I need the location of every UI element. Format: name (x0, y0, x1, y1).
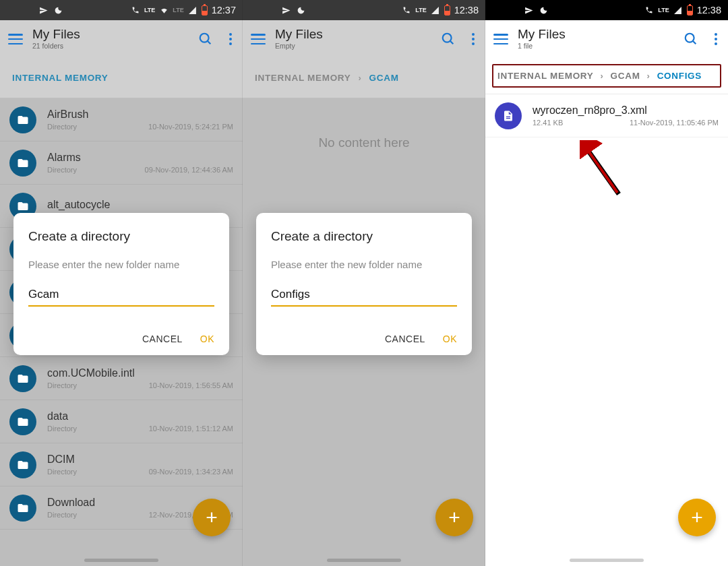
phone-icon (644, 5, 654, 15)
chevron-right-icon: › (359, 73, 362, 83)
list-item[interactable]: AlarmsDirectory09-Nov-2019, 12:44:36 AM (0, 142, 243, 185)
fab-add[interactable]: + (193, 499, 231, 536)
cancel-button[interactable]: CANCEL (385, 334, 425, 344)
svg-line-5 (693, 41, 696, 44)
svg-point-4 (686, 34, 694, 42)
page-title: My Files (518, 28, 674, 42)
ok-button[interactable]: OK (200, 334, 214, 344)
chevron-right-icon: › (601, 71, 604, 81)
file-name: alt_autocycle (47, 199, 233, 211)
app-bar: My Files Empty (243, 20, 485, 58)
lte-secondary-badge: LTE (173, 7, 183, 13)
svg-line-7 (586, 148, 617, 193)
file-name: wyroczen_rn8pro_3.xml (533, 104, 719, 117)
overflow-menu-button[interactable] (715, 33, 717, 45)
cancel-button[interactable]: CANCEL (142, 334, 183, 344)
battery-icon (202, 5, 208, 15)
file-date: 10-Nov-2019, 5:24:21 PM (148, 123, 233, 131)
crumb-configs[interactable]: CONFIGS (657, 71, 702, 81)
lte-badge: LTE (658, 7, 669, 13)
folder-name-input[interactable] (28, 288, 214, 307)
signal-icon (431, 5, 440, 15)
folder-icon (9, 451, 36, 478)
crumb-gcam[interactable]: GCAM (611, 71, 640, 81)
breadcrumb: INTERNAL MEMORY › GCAM (243, 58, 485, 98)
nav-pill[interactable] (570, 559, 644, 562)
list-item[interactable]: com.UCMobile.intlDirectory10-Nov-2019, 1… (0, 357, 243, 400)
svg-point-2 (443, 34, 452, 42)
folder-icon (9, 106, 36, 133)
ok-button[interactable]: OK (443, 334, 457, 344)
screenshot-panel-1: LTE LTE 12:37 My Files 21 folders (0, 0, 243, 566)
menu-button[interactable] (251, 34, 266, 44)
page-subtitle: 1 file (518, 42, 674, 51)
send-icon (524, 5, 533, 15)
folder-icon (9, 365, 36, 392)
list-item[interactable]: AirBrushDirectory10-Nov-2019, 5:24:21 PM (0, 98, 243, 142)
status-bar: LTE 12:38 (485, 0, 728, 20)
file-type: Directory (47, 381, 77, 389)
crumb-internal-memory[interactable]: INTERNAL MEMORY (12, 73, 109, 83)
crumb-gcam[interactable]: GCAM (369, 73, 399, 83)
nav-pill[interactable] (327, 559, 401, 562)
lte-badge: LTE (144, 7, 155, 13)
create-directory-dialog: Create a directory Please enter the new … (256, 213, 472, 355)
file-date: 10-Nov-2019, 1:51:12 AM (149, 425, 233, 433)
dialog-hint: Please enter the new folder name (28, 259, 214, 270)
list-item[interactable]: dataDirectory10-Nov-2019, 1:51:12 AM (0, 400, 243, 443)
folder-icon (9, 495, 36, 522)
crumb-internal-memory[interactable]: INTERNAL MEMORY (255, 73, 351, 83)
file-name: DCIM (47, 453, 233, 466)
dialog-title: Create a directory (271, 229, 457, 244)
page-title: My Files (32, 28, 189, 42)
wifi-icon (159, 5, 169, 15)
menu-button[interactable] (8, 34, 23, 44)
file-icon (495, 102, 522, 129)
status-time: 12:37 (212, 5, 236, 15)
overflow-menu-button[interactable] (229, 33, 232, 45)
menu-button[interactable] (493, 34, 508, 44)
send-icon (281, 5, 291, 15)
search-button[interactable] (441, 32, 456, 46)
file-type: Directory (47, 511, 77, 519)
folder-name-input[interactable] (271, 288, 457, 307)
folder-icon (9, 150, 36, 177)
list-item[interactable]: DCIMDirectory09-Nov-2019, 1:34:23 AM (0, 443, 243, 486)
overflow-menu-button[interactable] (472, 33, 475, 45)
svg-point-0 (200, 34, 209, 42)
nav-pill[interactable] (84, 559, 158, 562)
chevron-right-icon: › (647, 71, 650, 81)
file-type: Directory (47, 166, 77, 174)
list-item[interactable]: wyroczen_rn8pro_3.xml 12.41 KB11-Nov-201… (485, 94, 728, 137)
screenshot-panel-2: LTE 12:38 My Files Empty INTERNAL MEMORY… (243, 0, 485, 566)
breadcrumb-highlight: INTERNAL MEMORY › GCAM › CONFIGS (492, 64, 721, 88)
file-name: com.UCMobile.intl (47, 367, 233, 379)
file-name: Alarms (47, 152, 233, 164)
phone-icon (131, 5, 140, 15)
file-date: 10-Nov-2019, 1:56:55 AM (149, 381, 233, 389)
page-title: My Files (275, 28, 431, 42)
plus-icon: + (691, 507, 703, 528)
file-type: Directory (47, 123, 77, 131)
plus-icon: + (448, 507, 460, 528)
signal-icon (673, 5, 683, 15)
fab-add[interactable]: + (435, 499, 473, 536)
search-button[interactable] (198, 32, 213, 46)
svg-line-3 (450, 41, 454, 44)
app-bar: My Files 1 file (485, 20, 728, 58)
search-button[interactable] (684, 32, 698, 46)
phone-icon (402, 5, 411, 15)
file-date: 11-Nov-2019, 11:05:46 PM (630, 119, 719, 127)
svg-line-1 (208, 41, 211, 44)
folder-icon (9, 408, 36, 435)
fab-add[interactable]: + (678, 499, 716, 536)
file-size: 12.41 KB (533, 119, 563, 127)
create-directory-dialog: Create a directory Please enter the new … (13, 213, 229, 355)
dialog-title: Create a directory (28, 229, 214, 244)
lte-badge: LTE (415, 7, 426, 13)
status-bar: LTE 12:38 (243, 0, 485, 20)
signal-icon (188, 5, 198, 15)
breadcrumb: INTERNAL MEMORY (0, 58, 243, 98)
file-name: AirBrush (47, 108, 233, 121)
crumb-internal-memory[interactable]: INTERNAL MEMORY (497, 71, 594, 81)
